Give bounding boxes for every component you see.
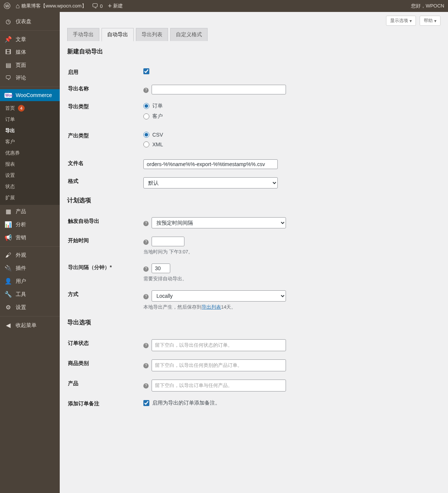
enable-checkbox[interactable]	[143, 68, 149, 74]
start-time-input[interactable]	[152, 237, 184, 246]
sub-extensions[interactable]: 扩展	[0, 192, 60, 203]
help-icon[interactable]: ?	[143, 383, 149, 389]
menu-posts[interactable]: 📌文章	[0, 33, 60, 46]
section-export-opts: 导出选项	[67, 319, 441, 327]
menu-dashboard[interactable]: ◷仪表盘	[0, 15, 60, 28]
site-link[interactable]: ⌂糖果博客【www.wpocn.com】	[16, 2, 87, 10]
prod-cat-input[interactable]: 留下空白，以导出任何类别的产品订单。	[152, 359, 286, 371]
sliders-icon: ⚙	[4, 304, 12, 311]
label-filename: 文件名	[68, 156, 143, 173]
comment-count: 0	[100, 3, 103, 9]
label-format: 格式	[68, 174, 143, 192]
tab-list[interactable]: 导出列表	[136, 28, 168, 41]
admin-sidebar: ◷仪表盘 📌文章 🎞媒体 ▤页面 🗨评论 WooWooCommerce 首页4 …	[0, 12, 60, 493]
menu-settings[interactable]: ⚙设置	[0, 301, 60, 314]
order-status-input[interactable]: 留下空白，以导出任何状态的订单。	[152, 339, 286, 351]
add-notes-checkbox[interactable]	[143, 400, 149, 406]
menu-analytics[interactable]: 📊分析	[0, 218, 60, 231]
tab-custom[interactable]: 自定义格式	[170, 28, 208, 41]
woocommerce-submenu: 首页4 订单 导出 客户 优惠券 报表 设置 状态 扩展	[0, 101, 60, 205]
comment-icon: 🗨	[92, 2, 99, 10]
menu-plugins[interactable]: 🔌插件	[0, 262, 60, 275]
plus-icon: +	[108, 2, 112, 10]
label-export-name: 导出名称	[68, 81, 143, 98]
help-icon[interactable]: ?	[143, 266, 149, 272]
menu-collapse[interactable]: ◀收起菜单	[0, 319, 60, 332]
trigger-select[interactable]: 按预定时间间隔	[152, 217, 286, 228]
menu-marketing[interactable]: 📢营销	[0, 231, 60, 244]
pin-icon: 📌	[4, 36, 12, 43]
label-add-notes: 添加订单备注	[68, 396, 143, 412]
user-icon: 👤	[4, 278, 12, 285]
admin-bar: ⓦ ⌂糖果博客【www.wpocn.com】 🗨0 +新建 您好，WPOCN	[0, 0, 448, 12]
greeting-label: 您好，WPOCN	[411, 3, 444, 9]
section-new-auto: 新建自动导出	[67, 48, 441, 56]
sub-customers[interactable]: 客户	[0, 136, 60, 147]
sub-home[interactable]: 首页4	[0, 103, 60, 114]
sub-export[interactable]: 导出	[0, 125, 60, 136]
tab-manual[interactable]: 手动导出	[67, 28, 99, 41]
label-interval: 导出间隔（分钟）*	[68, 264, 112, 270]
sub-coupons[interactable]: 优惠券	[0, 147, 60, 159]
label-enable: 启用	[68, 65, 143, 80]
greeting-link[interactable]: 您好，WPOCN	[411, 3, 444, 9]
help-button[interactable]: 帮助▾	[420, 16, 441, 26]
export-list-link[interactable]: 导出列表	[202, 304, 221, 310]
help-icon[interactable]: ?	[143, 363, 149, 368]
home-icon: ⌂	[16, 2, 20, 10]
wp-logo-link[interactable]: ⓦ	[4, 1, 10, 10]
badge-count: 4	[18, 105, 25, 112]
site-name: 糖果博客【www.wpocn.com】	[21, 3, 87, 9]
output-csv-radio[interactable]	[143, 132, 149, 138]
screen-options-button[interactable]: 显示选项▾	[386, 16, 416, 26]
megaphone-icon: 📢	[4, 234, 12, 241]
menu-appearance[interactable]: 🖌外观	[0, 249, 60, 262]
menu-media[interactable]: 🎞媒体	[0, 46, 60, 59]
product-input[interactable]: 留下空白，以导出订单与任何产品。	[152, 380, 286, 391]
menu-pages[interactable]: ▤页面	[0, 59, 60, 72]
output-xml-radio[interactable]	[143, 141, 149, 147]
start-time-desc: 当地时间为 下午3:07。	[143, 249, 440, 255]
chevron-down-icon: ▾	[434, 18, 436, 24]
label-order-status: 订单状态	[68, 336, 143, 355]
menu-comments[interactable]: 🗨评论	[0, 72, 60, 84]
comments-icon: 🗨	[4, 75, 12, 81]
help-icon[interactable]: ?	[143, 88, 149, 93]
label-prod-cat: 商品类别	[68, 356, 143, 375]
sub-reports[interactable]: 报表	[0, 159, 60, 170]
wordpress-icon: ⓦ	[4, 1, 10, 10]
menu-tools[interactable]: 🔧工具	[0, 288, 60, 301]
sub-orders[interactable]: 订单	[0, 114, 60, 125]
menu-products[interactable]: ▦产品	[0, 205, 60, 218]
comments-link[interactable]: 🗨0	[92, 2, 103, 10]
label-output-type: 产出类型	[68, 128, 143, 155]
export-type-customers-radio[interactable]	[143, 113, 149, 119]
help-icon[interactable]: ?	[143, 240, 149, 245]
plug-icon: 🔌	[4, 265, 12, 272]
collapse-icon: ◀	[4, 322, 12, 329]
label-product: 产品	[68, 376, 143, 395]
nav-tabs: 手动导出 自动导出 导出列表 自定义格式	[67, 28, 441, 41]
new-label: 新建	[113, 3, 123, 9]
filename-input[interactable]	[143, 159, 278, 169]
main-content: 显示选项▾ 帮助▾ 手动导出 自动导出 导出列表 自定义格式 新建自动导出 启用…	[60, 12, 448, 493]
sub-settings[interactable]: 设置	[0, 170, 60, 181]
dashboard-icon: ◷	[4, 18, 12, 25]
section-schedule: 计划选项	[67, 197, 441, 205]
new-link[interactable]: +新建	[108, 2, 123, 10]
brush-icon: 🖌	[4, 252, 12, 259]
export-type-orders-radio[interactable]	[143, 103, 149, 109]
help-icon[interactable]: ?	[143, 294, 149, 299]
sub-status[interactable]: 状态	[0, 181, 60, 192]
method-select[interactable]: Locally	[152, 290, 286, 302]
menu-users[interactable]: 👤用户	[0, 275, 60, 288]
format-select[interactable]: 默认	[143, 177, 278, 188]
analytics-icon: 📊	[4, 221, 12, 228]
menu-woocommerce[interactable]: WooWooCommerce	[0, 89, 60, 101]
tab-auto[interactable]: 自动导出	[102, 28, 134, 41]
export-name-input[interactable]	[152, 85, 286, 94]
chevron-down-icon: ▾	[410, 18, 412, 24]
help-icon[interactable]: ?	[143, 221, 149, 226]
interval-input[interactable]	[152, 263, 170, 273]
help-icon[interactable]: ?	[143, 343, 149, 348]
